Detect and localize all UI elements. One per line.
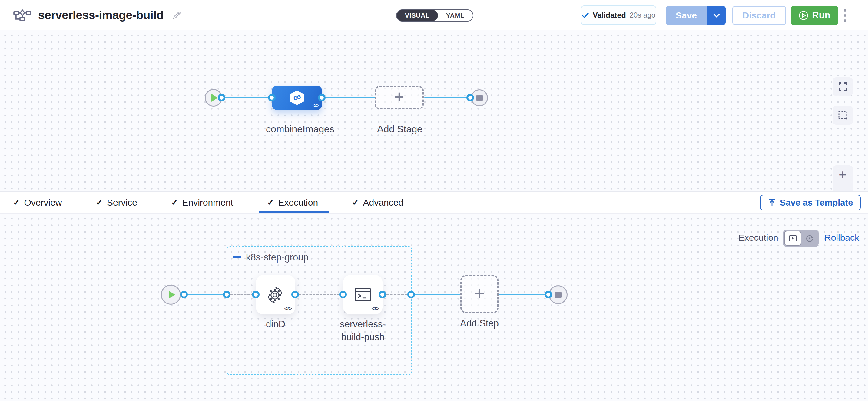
collapse-group-button[interactable] [232, 256, 241, 258]
save-as-template-button[interactable]: Save as Template [760, 195, 861, 211]
tab-label: Service [107, 197, 137, 208]
validated-badge[interactable]: Validated 20s ago [581, 5, 656, 25]
pipeline-tabbar: ✓ Overview ✓ Service ✓ Environment ✓ Exe… [0, 191, 868, 214]
run-play-icon [798, 10, 809, 21]
add-stage-label: Add Stage [376, 123, 424, 135]
check-icon: ✓ [96, 197, 103, 208]
connector-port [545, 291, 552, 298]
connector-line [424, 97, 471, 98]
execution-mode-label: Execution [738, 233, 778, 243]
more-options-button[interactable] [842, 7, 848, 23]
execution-rollback-toggle [783, 229, 818, 247]
connector-port [407, 291, 415, 298]
check-icon: ✓ [13, 197, 20, 208]
rollback-view-button[interactable] [801, 231, 817, 246]
visual-tab[interactable]: VISUAL [397, 10, 438, 21]
step-name-label: dinD [236, 318, 315, 331]
connector-line [415, 294, 461, 295]
stage-canvas[interactable]: ∞ </> combineImages + Add Stage + − [0, 30, 868, 191]
rollback-link[interactable]: Rollback [825, 233, 859, 243]
stage-card-combineimages[interactable]: ∞ </> [272, 86, 322, 110]
fullscreen-button[interactable] [833, 77, 853, 96]
code-icon: </> [312, 103, 319, 109]
step-group-name: k8s-step-group [246, 252, 309, 263]
check-icon: ✓ [267, 197, 274, 208]
save-split-button: Save [666, 6, 726, 25]
page-title: serverless-image-build [38, 8, 163, 22]
run-label: Run [812, 10, 830, 21]
tab-label: Execution [278, 197, 318, 208]
step-card-serverless-build-push[interactable]: </> [343, 275, 382, 314]
step-group-container[interactable] [226, 246, 412, 375]
connector-port [268, 94, 276, 101]
add-step-button[interactable]: + [460, 275, 498, 313]
connector-port [318, 94, 326, 101]
stop-icon [555, 292, 561, 298]
save-as-template-label: Save as Template [780, 198, 853, 208]
stop-icon [476, 95, 483, 101]
marquee-select-icon [838, 110, 848, 121]
visual-yaml-toggle: VISUAL YAML [396, 9, 473, 22]
step-card-dind[interactable]: </> [256, 275, 295, 314]
connector-line [222, 97, 273, 98]
header-bar: serverless-image-build VISUAL YAML Valid… [0, 0, 868, 30]
tab-label: Advanced [363, 197, 403, 208]
validated-label: Validated [593, 11, 626, 20]
discard-button[interactable]: Discard [732, 6, 786, 25]
connector-port [218, 94, 225, 101]
tab-service[interactable]: ✓ Service [96, 192, 137, 213]
tab-execution[interactable]: ✓ Execution [267, 192, 318, 213]
terminal-icon [354, 287, 371, 302]
stage-name-label: combineImages [266, 123, 328, 135]
pipeline-studio: ∞ </> combineImages + Add Stage + − [0, 0, 868, 401]
code-icon: </> [372, 305, 379, 312]
tab-environment[interactable]: ✓ Environment [171, 192, 233, 213]
edit-pencil-icon[interactable] [172, 10, 182, 20]
zoom-in-button[interactable]: + [833, 165, 853, 184]
chevron-down-icon [713, 13, 720, 18]
tab-overview[interactable]: ✓ Overview [13, 192, 62, 213]
check-icon [582, 12, 589, 18]
gear-sync-icon [267, 286, 284, 304]
play-icon [169, 291, 175, 299]
connector-line [321, 97, 375, 98]
connector-port [379, 291, 386, 298]
validated-time: 20s ago [630, 11, 655, 20]
tab-advanced[interactable]: ✓ Advanced [352, 192, 403, 213]
execution-view-icon [789, 235, 797, 242]
execution-canvas[interactable] [0, 214, 868, 401]
save-button[interactable]: Save [666, 6, 707, 25]
panel-divider [863, 0, 864, 401]
marquee-select-button[interactable] [833, 106, 853, 125]
connector-port [180, 291, 188, 298]
tab-label: Environment [182, 197, 233, 208]
upload-icon [768, 198, 776, 207]
connector-port [339, 291, 347, 298]
yaml-tab[interactable]: YAML [438, 10, 473, 21]
code-icon: </> [284, 305, 292, 312]
ci-stage-icon: ∞ [289, 91, 305, 105]
pipeline-graph-icon [13, 9, 31, 21]
play-icon [211, 94, 218, 102]
tab-label: Overview [24, 197, 62, 208]
fullscreen-icon [838, 82, 848, 91]
connector-line [498, 294, 549, 295]
execution-view-button[interactable] [784, 231, 801, 246]
run-button[interactable]: Run [791, 6, 838, 25]
check-icon: ✓ [352, 197, 359, 208]
check-icon: ✓ [171, 197, 178, 208]
add-step-label: Add Step [457, 317, 502, 330]
connector-port [466, 94, 474, 101]
rollback-view-icon [805, 234, 814, 243]
add-stage-button[interactable]: + [375, 86, 424, 109]
connector-port [252, 291, 259, 298]
connector-port [291, 291, 299, 298]
connector-port [223, 291, 230, 298]
save-dropdown-button[interactable] [707, 6, 726, 25]
execution-start-node [161, 285, 181, 305]
connector-line [185, 294, 228, 295]
step-name-label: serverless-build-push [333, 318, 393, 343]
